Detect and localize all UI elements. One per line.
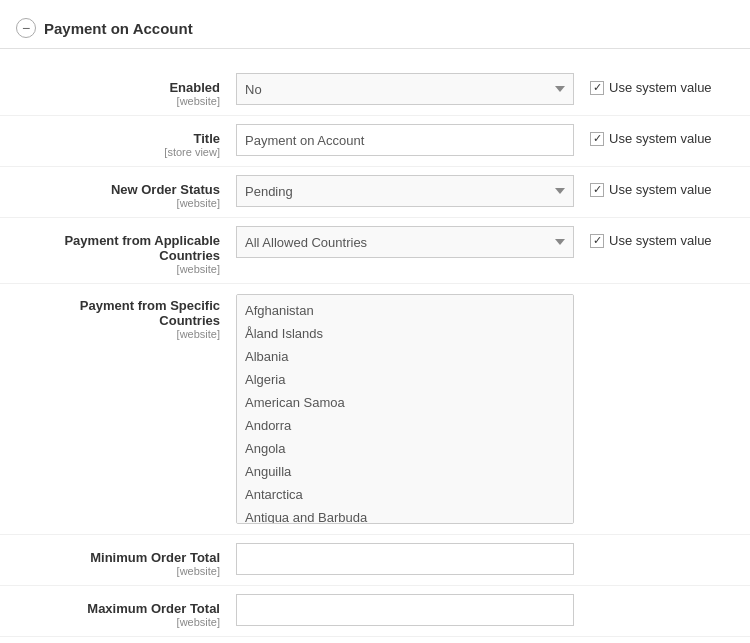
new-order-status-system-checkbox[interactable] [590,183,604,197]
title-row: Title [store view] Use system value [0,115,750,166]
enabled-input-cell: No Yes [236,73,574,105]
minimum-order-total-scope: [website] [16,565,220,577]
title-system-checkbox[interactable] [590,132,604,146]
maximum-order-total-system-value-cell [574,594,734,601]
title-system-label: Use system value [609,131,712,146]
title-label: Title [16,131,220,146]
country-albania[interactable]: Albania [237,345,573,368]
maximum-order-total-input[interactable] [236,594,574,626]
payment-applicable-countries-select[interactable]: All Allowed Countries Specific Countries [236,226,574,258]
new-order-status-input-cell: Pending Processing Complete [236,175,574,207]
payment-specific-countries-system-value-cell [574,294,734,301]
title-input-cell [236,124,574,156]
enabled-select[interactable]: No Yes [236,73,574,105]
minimum-order-total-label-cell: Minimum Order Total [website] [16,543,236,577]
minimum-order-total-label: Minimum Order Total [16,550,220,565]
country-aland-islands[interactable]: Åland Islands [237,322,573,345]
country-antigua-and-barbuda[interactable]: Antigua and Barbuda [237,506,573,524]
title-system-value-cell: Use system value [574,124,734,146]
maximum-order-total-scope: [website] [16,616,220,628]
new-order-status-system-value-cell: Use system value [574,175,734,197]
country-andorra[interactable]: Andorra [237,414,573,437]
sort-order-row: Sort Order [website] [0,636,750,643]
maximum-order-total-input-cell [236,594,574,626]
new-order-status-label-cell: New Order Status [website] [16,175,236,209]
payment-applicable-countries-label-cell: Payment from Applicable Countries [websi… [16,226,236,275]
enabled-row: Enabled [website] No Yes Use system valu… [0,65,750,115]
payment-applicable-countries-row: Payment from Applicable Countries [websi… [0,217,750,283]
section-container: Payment on Account Enabled [website] No … [0,10,750,643]
title-scope: [store view] [16,146,220,158]
maximum-order-total-row: Maximum Order Total [website] [0,585,750,636]
payment-applicable-countries-scope: [website] [16,263,220,275]
collapse-button[interactable] [16,18,36,38]
enabled-system-value-cell: Use system value [574,73,734,95]
minimum-order-total-row: Minimum Order Total [website] [0,534,750,585]
payment-specific-countries-label: Payment from Specific Countries [16,298,220,328]
payment-specific-countries-multiselect[interactable]: Afghanistan Åland Islands Albania Algeri… [236,294,574,524]
title-input[interactable] [236,124,574,156]
country-american-samoa[interactable]: American Samoa [237,391,573,414]
enabled-system-checkbox[interactable] [590,81,604,95]
new-order-status-scope: [website] [16,197,220,209]
section-header: Payment on Account [0,10,750,49]
country-algeria[interactable]: Algeria [237,368,573,391]
payment-specific-countries-input-cell: Afghanistan Åland Islands Albania Algeri… [236,294,574,524]
payment-specific-countries-row: Payment from Specific Countries [website… [0,283,750,534]
payment-applicable-countries-system-checkbox[interactable] [590,234,604,248]
payment-applicable-countries-label: Payment from Applicable Countries [16,233,220,263]
section-title: Payment on Account [44,20,193,37]
enabled-label-cell: Enabled [website] [16,73,236,107]
country-afghanistan[interactable]: Afghanistan [237,299,573,322]
new-order-status-row: New Order Status [website] Pending Proce… [0,166,750,217]
minimum-order-total-system-value-cell [574,543,734,550]
enabled-system-label: Use system value [609,80,712,95]
country-antarctica[interactable]: Antarctica [237,483,573,506]
new-order-status-label: New Order Status [16,182,220,197]
country-angola[interactable]: Angola [237,437,573,460]
payment-applicable-countries-system-value-cell: Use system value [574,226,734,248]
country-anguilla[interactable]: Anguilla [237,460,573,483]
payment-applicable-countries-system-label: Use system value [609,233,712,248]
payment-specific-countries-label-cell: Payment from Specific Countries [website… [16,294,236,340]
payment-specific-countries-scope: [website] [16,328,220,340]
new-order-status-system-label: Use system value [609,182,712,197]
maximum-order-total-label: Maximum Order Total [16,601,220,616]
minimum-order-total-input[interactable] [236,543,574,575]
payment-applicable-countries-input-cell: All Allowed Countries Specific Countries [236,226,574,258]
maximum-order-total-label-cell: Maximum Order Total [website] [16,594,236,628]
title-label-cell: Title [store view] [16,124,236,158]
enabled-scope: [website] [16,95,220,107]
new-order-status-select[interactable]: Pending Processing Complete [236,175,574,207]
enabled-label: Enabled [16,80,220,95]
minimum-order-total-input-cell [236,543,574,575]
